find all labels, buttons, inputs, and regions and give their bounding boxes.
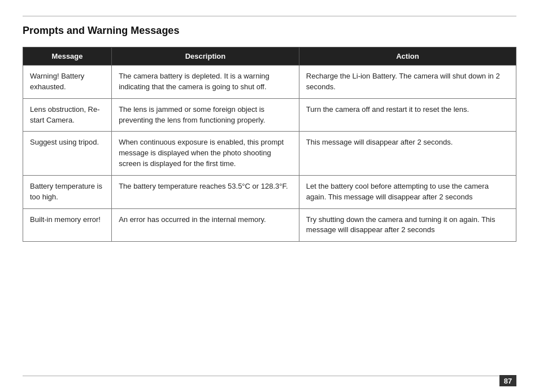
cell-action-0: Recharge the Li-ion Battery. The camera … (299, 66, 516, 99)
cell-action-2: This message will disappear after 2 seco… (299, 132, 516, 176)
table-row: Built-in memory error!An error has occur… (23, 208, 516, 242)
cell-description-4: An error has occurred in the internal me… (112, 208, 299, 242)
cell-message-2: Suggest using tripod. (23, 132, 112, 176)
warnings-table: Message Description Action Warning! Batt… (23, 47, 516, 242)
cell-description-3: The battery temperature reaches 53.5°C o… (112, 175, 299, 208)
col-header-action: Action (299, 47, 516, 66)
cell-message-0: Warning! Battery exhausted. (23, 66, 112, 99)
table-row: Battery temperature is too high.The batt… (23, 175, 516, 208)
cell-description-1: The lens is jammed or some foreign objec… (112, 98, 299, 132)
table-row: Suggest using tripod.When continuous exp… (23, 132, 516, 176)
main-content: Prompts and Warning Messages Message Des… (23, 25, 516, 369)
col-header-description: Description (112, 47, 299, 66)
top-rule (23, 16, 516, 16)
cell-message-4: Built-in memory error! (23, 208, 112, 242)
cell-action-4: Try shutting down the camera and turning… (299, 208, 516, 242)
cell-description-0: The camera battery is depleted. It is a … (112, 66, 299, 99)
col-header-message: Message (23, 47, 112, 66)
page-number: 87 (499, 375, 516, 386)
table-row: Warning! Battery exhausted.The camera ba… (23, 66, 516, 99)
cell-message-1: Lens obstruction, Re-start Camera. (23, 98, 112, 132)
table-row: Lens obstruction, Re-start Camera.The le… (23, 98, 516, 132)
cell-action-3: Let the battery cool before attempting t… (299, 175, 516, 208)
cell-description-2: When continuous exposure is enabled, thi… (112, 132, 299, 176)
table-header-row: Message Description Action (23, 47, 516, 66)
cell-message-3: Battery temperature is too high. (23, 175, 112, 208)
bottom-rule (23, 376, 516, 376)
page-title: Prompts and Warning Messages (23, 25, 516, 37)
cell-action-1: Turn the camera off and restart it to re… (299, 98, 516, 132)
